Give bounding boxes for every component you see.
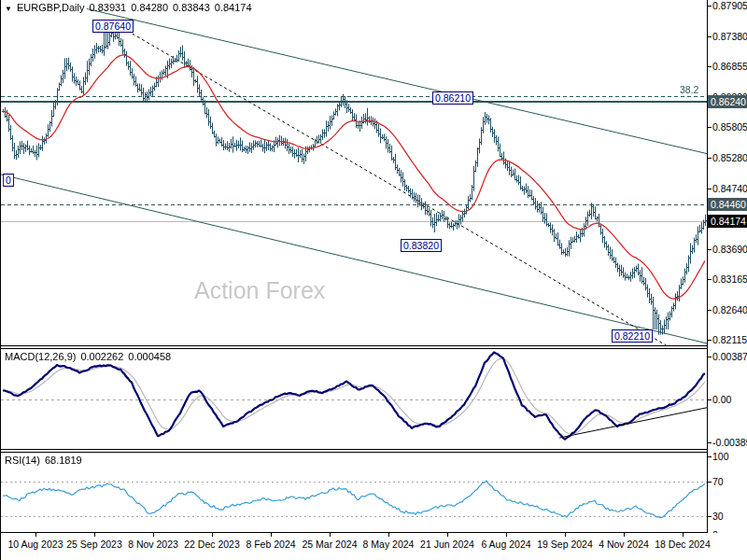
time-tick-mark — [388, 533, 389, 537]
axis-tick-mark — [708, 310, 712, 311]
rsi-value: 68.1819 — [45, 455, 82, 466]
time-tick-mark — [153, 533, 154, 537]
axis-price-badge: 0.84174 — [708, 215, 747, 228]
time-tick-mark — [447, 533, 448, 537]
axis-tick-mark — [708, 249, 712, 250]
axis-tick-label: 0.87905 — [712, 0, 747, 11]
axis-tick-mark — [708, 482, 712, 483]
time-tick-label: 10 Aug 2023 — [8, 539, 63, 550]
time-tick-mark — [506, 533, 507, 537]
rsi-panel-header: RSI(14)68.1819 — [5, 455, 87, 466]
axis-tick-mark — [708, 340, 712, 341]
time-tick-mark — [212, 533, 213, 537]
price-axis-column[interactable]: 0.879050.873800.868550.863300.858050.852… — [707, 0, 747, 560]
axis-price-badge: 0.86240 — [708, 95, 747, 108]
axis-tick-mark — [708, 6, 712, 7]
price-chart-canvas[interactable] — [1, 0, 707, 345]
axis-tick-label: 0.84740 — [712, 183, 747, 194]
price-object-label[interactable]: 0.82210 — [612, 329, 653, 343]
time-tick-mark — [35, 533, 36, 537]
axis-tick-label: 0.00 — [712, 394, 731, 405]
rsi-panel-canvas[interactable] — [1, 453, 707, 532]
axis-tick-mark — [708, 127, 712, 128]
axis-tick-label: 0.86855 — [712, 61, 747, 72]
macd-signal-value: 0.000458 — [128, 351, 171, 362]
price-object-label[interactable]: 0.87640 — [92, 20, 134, 33]
axis-tick-label: 0.82640 — [712, 304, 747, 315]
watermark: Action Forex — [194, 277, 325, 304]
axis-tick-label: 0.85280 — [712, 152, 747, 163]
macd-panel-canvas[interactable] — [1, 349, 707, 449]
collapse-chart-icon[interactable]: ▼ — [5, 5, 12, 13]
time-tick-label: 22 Dec 2023 — [184, 539, 240, 550]
axis-tick-label: 0.85805 — [712, 121, 747, 133]
ohlc-low-value: 0.83843 — [173, 2, 210, 13]
time-tick-mark — [624, 533, 625, 537]
axis-tick-mark — [708, 158, 712, 159]
time-tick-mark — [271, 533, 272, 537]
time-tick-mark — [94, 533, 95, 537]
price-object-label[interactable]: 0.83820 — [401, 239, 442, 252]
ohlc-high-value: 0.84280 — [131, 2, 168, 13]
time-tick-mark — [683, 533, 684, 537]
axis-tick-mark — [708, 516, 712, 517]
panel-separator[interactable] — [1, 345, 747, 346]
panel-separator[interactable] — [1, 449, 747, 450]
time-tick-label: 6 Aug 2024 — [481, 539, 530, 550]
price-panel-header: ▼EURGBP,Daily0.839310.842800.838430.8417… — [5, 2, 257, 13]
axis-tick-mark — [708, 357, 712, 357]
symbol-period-label: EURGBP,Daily — [17, 2, 85, 13]
axis-tick-label: 70 — [712, 476, 724, 487]
time-tick-mark — [330, 533, 331, 537]
price-object-label[interactable]: 0 — [3, 174, 14, 187]
axis-tick-mark — [708, 399, 712, 400]
axis-price-badge: 0.84460 — [708, 198, 747, 211]
axis-tick-mark — [708, 442, 712, 443]
axis-tick-label: 0.82115 — [712, 334, 747, 345]
price-object-label[interactable]: 0.86210 — [432, 91, 473, 105]
time-tick-label: 8 Nov 2023 — [128, 539, 178, 550]
axis-tick-mark — [708, 36, 712, 37]
time-tick-label: 8 May 2024 — [363, 539, 415, 550]
macd-indicator-label: MACD(12,26,9) — [5, 351, 76, 362]
panel-separator[interactable] — [1, 348, 747, 349]
macd-panel-header: MACD(12,26,9)0.0022620.000458 — [5, 351, 176, 362]
time-tick-label: 18 Dec 2024 — [655, 539, 711, 550]
fib-382-label[interactable]: 38.2 — [680, 84, 698, 95]
time-tick-label: 19 Sep 2024 — [537, 539, 593, 550]
axis-tick-mark — [708, 456, 712, 457]
axis-tick-label: 0.003878 — [712, 351, 747, 362]
time-tick-label: 25 Sep 2023 — [66, 539, 122, 550]
time-tick-label: 25 Mar 2024 — [303, 539, 358, 550]
axis-tick-label: 100 — [712, 451, 729, 462]
ohlc-close-value: 0.84174 — [215, 2, 252, 13]
macd-main-value: 0.002262 — [80, 351, 123, 362]
axis-tick-label: -0.003894 — [712, 437, 747, 448]
axis-tick-label: 0.83165 — [712, 273, 747, 285]
time-tick-label: 8 Feb 2024 — [246, 539, 295, 550]
panel-separator[interactable] — [1, 452, 747, 453]
axis-tick-label: 30 — [712, 511, 724, 522]
axis-tick-mark — [708, 279, 712, 280]
axis-tick-mark — [708, 189, 712, 189]
ohlc-open-value: 0.83931 — [89, 2, 126, 13]
axis-tick-label: 0.83690 — [712, 244, 747, 255]
rsi-indicator-label: RSI(14) — [5, 455, 40, 466]
time-tick-label: 21 Jun 2024 — [420, 539, 474, 550]
trading-chart-window: Action Forex ▼EURGBP,Daily0.839310.84280… — [0, 0, 747, 560]
axis-tick-mark — [708, 66, 712, 67]
axis-tick-label: 0.87380 — [712, 31, 747, 42]
time-tick-label: 4 Nov 2024 — [599, 539, 649, 550]
time-tick-mark — [565, 533, 566, 537]
time-axis[interactable]: 10 Aug 202325 Sep 20238 Nov 202322 Dec 2… — [1, 533, 747, 560]
